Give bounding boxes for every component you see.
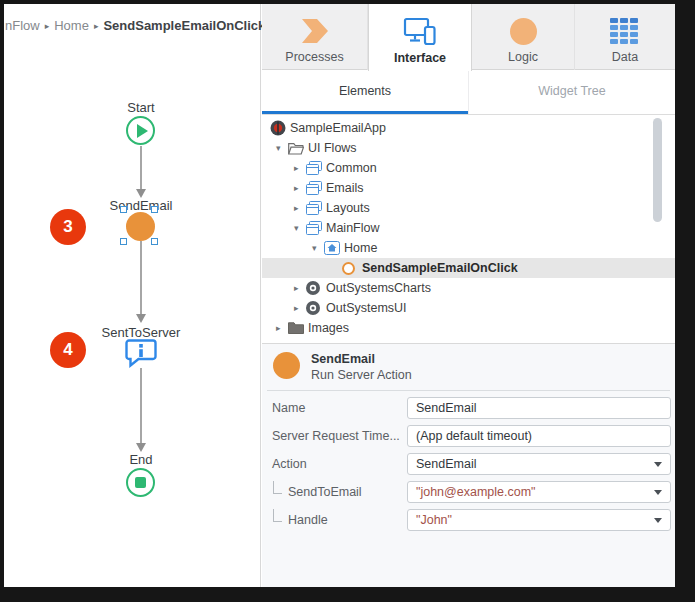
elements-tree: SampleEmailApp ▾ UI Flows ▸ Common ▸ Ema…: [262, 116, 675, 343]
connector-arrow-icon: [136, 189, 146, 198]
breadcrumb-item-home[interactable]: Home: [54, 18, 89, 33]
expand-arrow-icon[interactable]: ▾: [276, 143, 288, 153]
step-badge-3: 3: [50, 209, 86, 245]
stop-icon: [135, 477, 146, 488]
connector-arrow-icon: [136, 314, 146, 323]
senttoserver-node[interactable]: [124, 338, 158, 372]
client-action-icon: [342, 262, 360, 275]
property-row-action: Action SendEmail: [272, 453, 670, 475]
tab-label: Processes: [285, 50, 343, 64]
tab-label: Logic: [508, 50, 538, 64]
tree-item-sendsampleemailonclick[interactable]: SendSampleEmailOnClick: [262, 258, 675, 278]
expand-arrow-icon[interactable]: ▾: [294, 223, 306, 233]
property-label: Name: [272, 397, 305, 419]
tree-item-label: OutSystemsUI: [326, 301, 407, 315]
app-icon: [270, 120, 288, 136]
tree-item-home[interactable]: ▾ Home: [262, 238, 675, 258]
tree-item-label: Home: [344, 241, 377, 255]
folder-closed-icon: [288, 322, 306, 334]
screen-flow-icon: [306, 161, 324, 175]
tree-item-label: MainFlow: [326, 221, 380, 235]
selection-handle[interactable]: [120, 238, 127, 245]
main-tab-strip: Processes Interface Logic Data: [262, 4, 675, 70]
property-row-handle: Handle "John": [272, 509, 670, 531]
message-bubble-icon: [124, 338, 158, 368]
tree-item-layouts[interactable]: ▸ Layouts: [262, 198, 675, 218]
selection-handle[interactable]: [120, 206, 127, 213]
logic-icon: [510, 16, 537, 46]
properties-title: SendEmail: [311, 352, 375, 366]
sendemail-node[interactable]: [126, 212, 155, 241]
tree-item-label: SendSampleEmailOnClick: [362, 261, 518, 275]
data-icon: [610, 16, 640, 46]
selection-handle[interactable]: [151, 238, 158, 245]
breadcrumb-item-flow[interactable]: nFlow: [5, 18, 40, 33]
expand-arrow-icon[interactable]: ▸: [276, 323, 288, 333]
tree-item-ui-flows[interactable]: ▾ UI Flows: [262, 138, 675, 158]
connector-line: [140, 146, 142, 190]
folder-open-icon: [288, 142, 306, 155]
interface-icon: [403, 17, 437, 47]
property-label: Server Request Time...: [272, 425, 400, 447]
end-node[interactable]: [126, 468, 155, 497]
tab-widget-tree[interactable]: Widget Tree: [468, 71, 675, 114]
breadcrumb: nFlow▸Home▸SendSampleEmailOnClick: [5, 18, 265, 33]
tab-data[interactable]: Data: [575, 4, 675, 70]
expand-arrow-icon[interactable]: ▸: [294, 283, 306, 293]
connector-line: [140, 368, 142, 443]
module-icon: [306, 301, 324, 315]
dropdown-arrow-icon[interactable]: [654, 518, 662, 523]
name-input[interactable]: SendEmail: [407, 397, 671, 419]
tree-item-label: UI Flows: [308, 141, 357, 155]
tree-item-outsystemsui[interactable]: ▸ OutSystemsUI: [262, 298, 675, 318]
server-request-timeout-input[interactable]: (App default timeout): [407, 425, 671, 447]
tree-item-label: SampleEmailApp: [290, 121, 386, 135]
dropdown-arrow-icon[interactable]: [654, 490, 662, 495]
tree-item-label: OutSystemsCharts: [326, 281, 431, 295]
server-action-icon: [273, 352, 300, 379]
property-label: SendToEmail: [288, 481, 362, 503]
divider: [267, 390, 670, 391]
screen-flow-icon: [306, 201, 324, 215]
property-label: Action: [272, 453, 307, 475]
tree-item-emails[interactable]: ▸ Emails: [262, 178, 675, 198]
tab-processes[interactable]: Processes: [262, 4, 368, 70]
tab-label: Data: [612, 50, 638, 64]
tree-item-common[interactable]: ▸ Common: [262, 158, 675, 178]
chevron-right-icon: ▸: [94, 21, 99, 31]
breadcrumb-item-current[interactable]: SendSampleEmailOnClick: [103, 18, 265, 33]
service-studio-window: nFlow▸Home▸SendSampleEmailOnClick Start …: [4, 4, 675, 587]
expand-arrow-icon[interactable]: ▸: [294, 203, 306, 213]
tab-interface[interactable]: Interface: [368, 4, 472, 71]
tree-item-images[interactable]: ▸ Images: [262, 318, 675, 338]
tree-item-outsystemscharts[interactable]: ▸ OutSystemsCharts: [262, 278, 675, 298]
start-node[interactable]: [126, 116, 155, 145]
tab-elements[interactable]: Elements: [262, 71, 468, 114]
sub-property-connector: [273, 509, 282, 522]
start-node-label: Start: [81, 100, 201, 115]
tab-logic[interactable]: Logic: [472, 4, 575, 70]
property-label: Handle: [288, 509, 328, 531]
sub-property-connector: [273, 481, 282, 494]
tree-scrollbar[interactable]: [653, 118, 662, 222]
expand-arrow-icon[interactable]: ▸: [294, 163, 306, 173]
expand-arrow-icon[interactable]: ▾: [312, 243, 324, 253]
tree-item-mainflow[interactable]: ▾ MainFlow: [262, 218, 675, 238]
sendtoemail-select[interactable]: "john@example.com": [407, 481, 671, 503]
dropdown-arrow-icon[interactable]: [654, 462, 662, 467]
expand-arrow-icon[interactable]: ▸: [294, 183, 306, 193]
flow-canvas[interactable]: nFlow▸Home▸SendSampleEmailOnClick Start …: [4, 4, 261, 587]
action-select[interactable]: SendEmail: [407, 453, 671, 475]
property-row-server-request-timeout: Server Request Time... (App default time…: [272, 425, 670, 447]
property-row-sendtoemail: SendToEmail "john@example.com": [272, 481, 670, 503]
tab-label: Interface: [394, 51, 446, 65]
selection-handle[interactable]: [151, 206, 158, 213]
home-screen-icon: [324, 241, 342, 255]
processes-icon: [300, 16, 330, 46]
handle-select[interactable]: "John": [407, 509, 671, 531]
connector-arrow-icon: [136, 443, 146, 452]
chevron-right-icon: ▸: [45, 21, 50, 31]
expand-arrow-icon[interactable]: ▸: [294, 303, 306, 313]
screen-flow-icon: [306, 221, 324, 235]
tree-item-sampleemailapp[interactable]: SampleEmailApp: [262, 118, 675, 138]
